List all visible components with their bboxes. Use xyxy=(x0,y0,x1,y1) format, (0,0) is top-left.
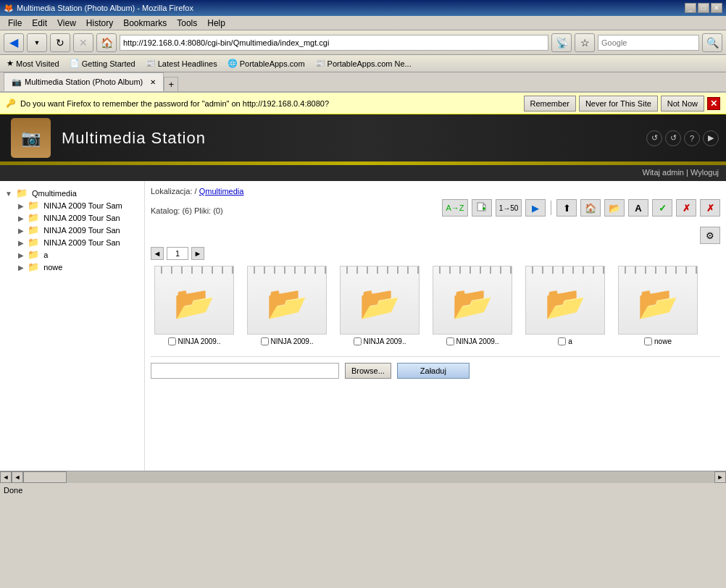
folder-icon: 📁 xyxy=(16,188,28,198)
folder-open-button[interactable]: 📂 xyxy=(604,199,625,217)
mm-icon-2[interactable]: ↺ xyxy=(665,130,681,146)
bookmark-most-visited[interactable]: ★ Most Visited xyxy=(4,58,62,69)
menu-help[interactable]: Help xyxy=(203,17,230,29)
prev-page-button[interactable]: ◄ xyxy=(151,247,164,260)
minimize-button[interactable]: _ xyxy=(685,3,696,13)
folder-name: NINJA 2009.. xyxy=(271,337,314,345)
tree-item-label: nowe xyxy=(43,263,62,272)
folder-item-ninja3[interactable]: 📂 NINJA 2009.. xyxy=(336,266,423,345)
mm-help-icon[interactable]: ? xyxy=(684,130,700,146)
tree-item-ninja4[interactable]: ▶ 📁 NINJA 2009 Tour San xyxy=(4,236,141,248)
scroll-thumb[interactable] xyxy=(23,471,67,483)
folder-checkbox[interactable] xyxy=(354,337,362,345)
toolbar: A→Z 1→50 ▶ ⬆ 🏠 xyxy=(442,199,720,217)
tree-item-ninja3[interactable]: ▶ 📁 NINJA 2009 Tour San xyxy=(4,224,141,236)
scroll-next-button[interactable]: ► xyxy=(714,471,726,483)
title-bar-controls[interactable]: _ □ ✕ xyxy=(685,3,722,13)
mm-next-icon[interactable]: ▶ xyxy=(703,130,719,146)
menu-tools[interactable]: Tools xyxy=(172,17,201,29)
tree-item-label: NINJA 2009 Tour Sam xyxy=(43,201,122,210)
menu-edit[interactable]: Edit xyxy=(28,17,51,29)
never-for-site-button[interactable]: Never for This Site xyxy=(579,96,658,112)
upload-button[interactable]: ⬆ xyxy=(556,199,577,217)
folder-item-nowe[interactable]: 📂 nowe xyxy=(614,266,701,345)
folder-icon: 📁 xyxy=(28,212,39,223)
menu-file[interactable]: File xyxy=(4,17,26,29)
folder-thumbnail: 📂 xyxy=(618,266,698,335)
upload-file-input[interactable] xyxy=(151,363,339,379)
search-input[interactable] xyxy=(598,35,699,51)
reload-button[interactable]: ↻ xyxy=(50,33,70,52)
folder-checkbox[interactable] xyxy=(446,337,454,345)
tree-item-a[interactable]: ▶ 📁 a xyxy=(4,248,141,261)
mm-icon-1[interactable]: ↺ xyxy=(646,130,662,146)
remember-button[interactable]: Remember xyxy=(524,96,576,112)
forward-dropdown-button[interactable]: ▼ xyxy=(27,33,47,52)
bookmark-portableapps[interactable]: 🌐 PortableApps.com xyxy=(225,58,308,69)
folder-item-a[interactable]: 📂 a xyxy=(522,266,609,345)
tab-close-icon[interactable]: ✕ xyxy=(150,78,156,86)
mm-header: 📷 Multimedia Station ↺ ↺ ? ▶ xyxy=(0,114,726,161)
tree-item-ninja1[interactable]: ▶ 📁 NINJA 2009 Tour Sam xyxy=(4,199,141,211)
password-bar-close-button[interactable]: ✕ xyxy=(707,97,720,110)
admin-bar: Witaj admin | Wyloguj xyxy=(0,165,726,181)
not-now-button[interactable]: Not Now xyxy=(661,96,704,112)
bookmark-portableapps-ne[interactable]: 📰 PortableApps.com Ne... xyxy=(312,58,414,69)
check-button[interactable]: ✓ xyxy=(652,199,672,217)
folder-grid: 📂 NINJA 2009.. 📂 NINJA 2009.. xyxy=(151,266,720,345)
sort-az-button[interactable]: A→Z xyxy=(442,199,468,217)
next-page-button[interactable]: ► xyxy=(191,247,204,260)
new-tab-button[interactable]: + xyxy=(164,77,178,91)
folder-item-ninja2[interactable]: 📂 NINJA 2009.. xyxy=(243,266,330,345)
new-file-button[interactable] xyxy=(472,199,492,217)
menu-history[interactable]: History xyxy=(82,17,117,29)
folder-checkbox[interactable] xyxy=(558,337,566,345)
rename-button[interactable]: A xyxy=(628,199,648,217)
maximize-button[interactable]: □ xyxy=(698,3,709,13)
tree-toggle: ▶ xyxy=(18,202,24,210)
window-title: Multimedia Station (Photo Album) - Mozil… xyxy=(17,4,193,12)
spacer xyxy=(151,260,720,266)
folder-large-icon: 📂 xyxy=(638,284,678,322)
horizontal-scrollbar[interactable]: ◄ ◄ ► xyxy=(0,471,726,482)
folder-label: NINJA 2009.. xyxy=(446,337,499,345)
delete2-button[interactable]: ✗ xyxy=(700,199,720,217)
address-input[interactable] xyxy=(120,35,548,51)
folder-checkbox[interactable] xyxy=(168,337,176,345)
main-content: Lokalizacja: / Qmultimedia Katalog: (6) … xyxy=(145,181,726,471)
close-button[interactable]: ✕ xyxy=(711,3,722,13)
folder-label: NINJA 2009.. xyxy=(261,337,314,345)
settings-button[interactable]: ⚙ xyxy=(700,227,720,244)
tree-item-ninja2[interactable]: ▶ 📁 NINJA 2009 Tour San xyxy=(4,211,141,224)
tab-multimedia-station[interactable]: 📷 Multimedia Station (Photo Album) ✕ xyxy=(4,72,164,91)
home-button[interactable]: 🏠 xyxy=(96,33,117,52)
lokalizacja-link[interactable]: Qmultimedia xyxy=(199,187,244,196)
scroll-prev-button[interactable]: ◄ xyxy=(12,471,23,483)
folder-checkbox[interactable] xyxy=(261,337,269,345)
range-button[interactable]: 1→50 xyxy=(496,199,522,217)
scroll-left-button[interactable]: ◄ xyxy=(0,471,12,483)
tree-toggle: ▼ xyxy=(5,190,12,198)
bookmark-star-icon[interactable]: ☆ xyxy=(575,33,595,52)
delete-button[interactable]: ✗ xyxy=(676,199,696,217)
bookmark-getting-started[interactable]: 📄 Getting Started xyxy=(67,58,138,69)
folder-item-ninja4[interactable]: 📂 NINJA 2009.. xyxy=(429,266,516,345)
bookmark-latest-headlines[interactable]: 📰 Latest Headlines xyxy=(143,58,220,69)
play-button[interactable]: ▶ xyxy=(525,199,546,217)
browse-button[interactable]: Browse... xyxy=(345,363,391,379)
home-nav-button[interactable]: 🏠 xyxy=(580,199,601,217)
folder-icon: 📁 xyxy=(28,200,39,211)
stop-button[interactable]: ✕ xyxy=(73,33,93,52)
search-go-icon[interactable]: 🔍 xyxy=(702,33,722,52)
back-button[interactable]: ◀ xyxy=(4,33,24,52)
tree-item-nowe[interactable]: ▶ 📁 nowe xyxy=(4,261,141,273)
zaladuj-button[interactable]: Załaduj xyxy=(397,363,470,379)
menu-view[interactable]: View xyxy=(53,17,80,29)
folder-item-ninja1[interactable]: 📂 NINJA 2009.. xyxy=(151,266,238,345)
scroll-track[interactable] xyxy=(23,471,714,483)
folder-checkbox[interactable] xyxy=(644,337,652,345)
page-input[interactable] xyxy=(167,247,188,260)
logout-link[interactable]: Wyloguj xyxy=(690,168,719,177)
menu-bookmarks[interactable]: Bookmarks xyxy=(119,17,171,29)
tree-root-qmultimedia[interactable]: ▼ 📁 Qmultimedia xyxy=(4,187,141,199)
